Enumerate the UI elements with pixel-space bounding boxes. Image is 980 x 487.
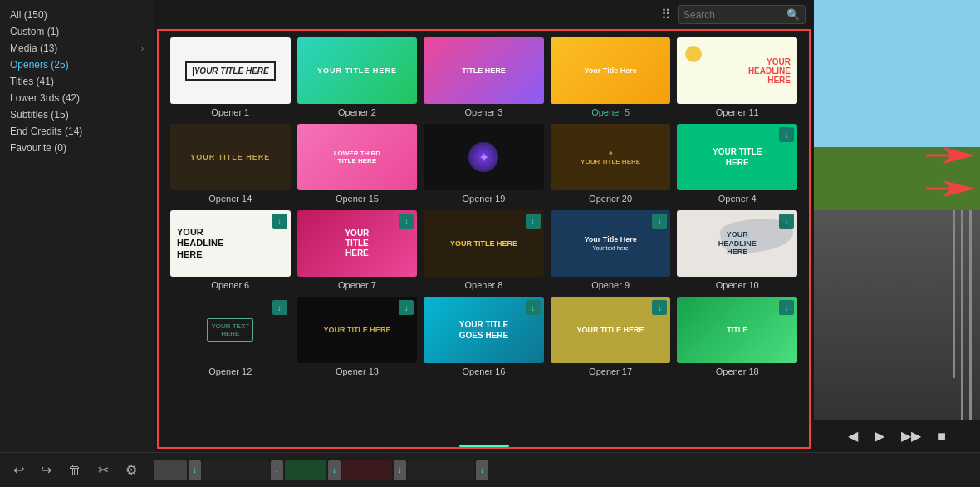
templates-grid-wrapper: |YOUR TITLE HERE Opener 1 YOUR TITLE HER… xyxy=(157,29,811,449)
template-thumb-opener20: ⌖YOUR TITLE HERE xyxy=(551,124,671,190)
template-label-opener9: Opener 9 xyxy=(591,280,630,290)
timeline-clip-7 xyxy=(342,460,392,480)
template-thumb-opener11: YOURHEADLINEHERE xyxy=(677,37,797,104)
grid-view-icon[interactable]: ⠿ xyxy=(661,7,671,22)
template-thumb-opener17: ↓ YOUR TITLE HERE xyxy=(551,297,671,363)
template-item-opener1[interactable]: |YOUR TITLE HERE Opener 1 xyxy=(170,37,291,117)
right-panel: ◀ ▶ ▶▶ ■ xyxy=(814,0,980,452)
template-label-opener1: Opener 1 xyxy=(211,107,249,117)
template-item-opener17[interactable]: ↓ YOUR TITLE HERE Opener 17 xyxy=(551,297,671,376)
sidebar-item-favourite[interactable]: Favourite (0) xyxy=(0,140,154,156)
timeline-clip-10: ↓ xyxy=(476,460,488,480)
template-thumb-opener16: ↓ YOUR TITLEGOES HERE xyxy=(424,297,544,363)
template-item-opener11[interactable]: YOURHEADLINEHERE Opener 11 xyxy=(677,37,797,117)
template-item-opener14[interactable]: YOUR TITLE HERE Opener 14 xyxy=(170,124,291,204)
sidebar-item-custom[interactable]: Custom (1) xyxy=(0,23,154,40)
download-badge-opener16: ↓ xyxy=(526,300,541,315)
sidebar-item-all[interactable]: All (150) xyxy=(0,7,154,23)
play-button[interactable]: ▶ xyxy=(871,426,888,445)
download-badge-opener7: ↓ xyxy=(399,214,414,229)
arrows-container xyxy=(926,147,976,197)
sidebar-item-openers[interactable]: Openers (25) xyxy=(0,57,154,73)
sidebar: All (150) Custom (1) Media (13) › Opener… xyxy=(0,0,154,452)
template-item-opener16[interactable]: ↓ YOUR TITLEGOES HERE Opener 16 xyxy=(424,297,544,376)
timeline-clip-6: ↓ xyxy=(328,460,341,480)
download-badge-opener4: ↓ xyxy=(779,127,794,142)
template-label-opener2: Opener 2 xyxy=(338,107,376,117)
template-thumb-opener12: ↓ YOUR TEXTHERE xyxy=(170,297,291,363)
timeline-clip-5 xyxy=(285,460,326,480)
sidebar-item-media[interactable]: Media (13) › xyxy=(0,40,154,57)
template-item-opener20[interactable]: ⌖YOUR TITLE HERE Opener 20 xyxy=(551,124,671,204)
download-badge-opener18: ↓ xyxy=(779,300,794,315)
template-thumb-opener6: ↓ YOURHEADLINEHERE xyxy=(170,210,291,277)
bottom-toolbar: ↩ ↪ 🗑 ✂ ⚙ ↓ ↓ ↓ ↓ ↓ xyxy=(0,452,980,487)
scroll-indicator xyxy=(459,445,509,447)
cut-button[interactable]: ✂ xyxy=(98,462,109,478)
timeline-clip-9 xyxy=(408,460,474,480)
sidebar-item-titles[interactable]: Titles (41) xyxy=(0,73,154,90)
search-input[interactable] xyxy=(684,9,783,21)
redo-button[interactable]: ↪ xyxy=(41,462,51,478)
sidebar-item-subtitles[interactable]: Subtitles (15) xyxy=(0,106,154,123)
template-item-opener19[interactable]: ✦ Opener 19 xyxy=(424,124,544,204)
download-badge-opener8: ↓ xyxy=(526,214,541,229)
template-thumb-opener13: ↓ YOUR TITLE HERE xyxy=(297,297,418,363)
template-item-opener7[interactable]: ↓ YOURTITLEHERE Opener 7 xyxy=(297,210,418,290)
template-label-opener5: Opener 5 xyxy=(591,107,630,117)
red-arrow-2 xyxy=(926,180,976,197)
template-item-opener8[interactable]: ↓ YOUR TITLE HERE Opener 8 xyxy=(424,210,544,290)
template-label-opener13: Opener 13 xyxy=(336,366,379,376)
timeline-clip-4: ↓ xyxy=(271,460,283,480)
template-item-opener13[interactable]: ↓ YOUR TITLE HERE Opener 13 xyxy=(297,297,418,376)
template-label-opener4: Opener 4 xyxy=(718,194,757,204)
templates-grid: |YOUR TITLE HERE Opener 1 YOUR TITLE HER… xyxy=(167,34,801,380)
template-item-opener18[interactable]: ↓ TITLE Opener 18 xyxy=(677,297,797,376)
sidebar-item-endcredits[interactable]: End Credits (14) xyxy=(0,123,154,140)
settings-button[interactable]: ⚙ xyxy=(125,462,137,478)
download-badge-opener12: ↓ xyxy=(272,300,287,315)
template-thumb-opener15: LOWER THIRDTITLE HERE xyxy=(297,124,418,190)
template-thumb-opener10: ↓ YOURHEADLINEHERE xyxy=(677,210,797,277)
template-thumb-opener9: ↓ Your Title HereYour text here xyxy=(551,210,671,277)
template-label-opener10: Opener 10 xyxy=(716,280,759,290)
red-arrow-1 xyxy=(926,147,976,164)
template-item-opener9[interactable]: ↓ Your Title HereYour text here Opener 9 xyxy=(551,210,671,290)
timeline-clip-2: ↓ xyxy=(189,460,201,480)
template-label-opener11: Opener 11 xyxy=(716,107,759,117)
template-item-opener10[interactable]: ↓ YOURHEADLINEHERE Opener 10 xyxy=(677,210,797,290)
template-item-opener5[interactable]: Your Title Here Opener 5 xyxy=(551,37,671,117)
template-thumb-opener1: |YOUR TITLE HERE xyxy=(170,37,291,104)
timeline-clip-8: ↓ xyxy=(394,460,406,480)
timeline-clip-3 xyxy=(203,460,269,480)
prev-button[interactable]: ◀ xyxy=(845,426,861,445)
download-badge-opener17: ↓ xyxy=(652,300,667,315)
template-label-opener20: Opener 20 xyxy=(589,194,632,204)
chevron-right-icon: › xyxy=(141,44,144,53)
stop-button[interactable]: ■ xyxy=(934,427,949,445)
template-label-opener3: Opener 3 xyxy=(465,107,503,117)
undo-button[interactable]: ↩ xyxy=(13,462,24,478)
download-badge-opener9: ↓ xyxy=(652,214,667,229)
template-item-opener2[interactable]: YOUR TITLE HERE Opener 2 xyxy=(297,37,418,117)
search-box: 🔍 xyxy=(678,5,806,24)
timeline-strip: ↓ ↓ ↓ ↓ ↓ xyxy=(154,459,967,482)
template-thumb-opener4: ↓ YOUR TITLEHERE xyxy=(677,124,797,190)
template-item-opener3[interactable]: TITLE HERE Opener 3 xyxy=(424,37,544,117)
template-item-opener4[interactable]: ↓ YOUR TITLEHERE Opener 4 xyxy=(677,124,797,204)
sidebar-item-lower3rds[interactable]: Lower 3rds (42) xyxy=(0,90,154,106)
template-label-opener19: Opener 19 xyxy=(463,194,506,204)
template-item-opener12[interactable]: ↓ YOUR TEXTHERE Opener 12 xyxy=(170,297,291,376)
template-label-opener14: Opener 14 xyxy=(208,194,252,204)
next-button[interactable]: ▶▶ xyxy=(898,426,924,445)
template-label-opener7: Opener 7 xyxy=(338,280,376,290)
template-label-opener12: Opener 12 xyxy=(208,366,252,376)
download-badge-opener13: ↓ xyxy=(399,300,414,315)
template-item-opener15[interactable]: LOWER THIRDTITLE HERE Opener 15 xyxy=(297,124,418,204)
delete-button[interactable]: 🗑 xyxy=(68,463,81,478)
template-thumb-opener7: ↓ YOURTITLEHERE xyxy=(297,210,418,277)
template-thumb-opener3: TITLE HERE xyxy=(424,37,544,104)
template-thumb-opener8: ↓ YOUR TITLE HERE xyxy=(424,210,544,277)
template-item-opener6[interactable]: ↓ YOURHEADLINEHERE Opener 6 xyxy=(170,210,291,290)
download-badge-opener6: ↓ xyxy=(272,214,287,229)
